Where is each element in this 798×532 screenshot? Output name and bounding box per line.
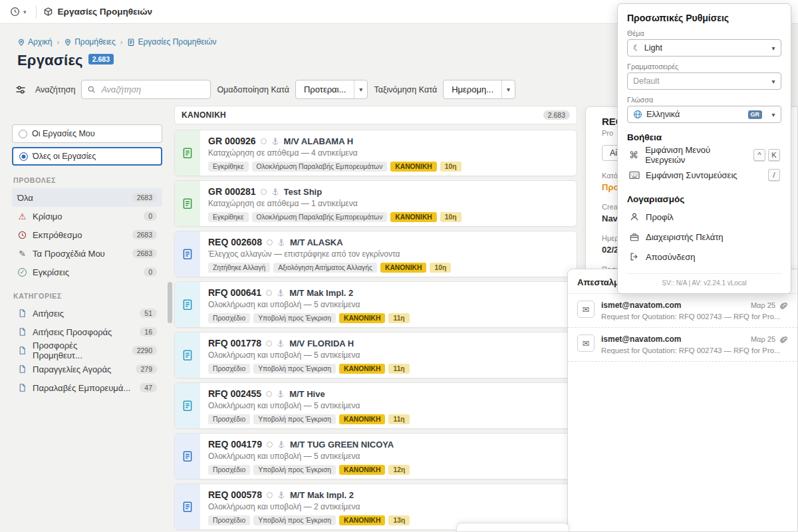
globe-icon xyxy=(633,110,642,119)
breadcrumb-tasks[interactable]: Εργασίες Προμηθειών xyxy=(127,37,216,47)
task-vessel: Test Ship xyxy=(284,187,323,197)
category-label: Παραλαβές Εμπορευμά... xyxy=(33,383,130,393)
status-tag: Ζητήθηκε Αλλαγή xyxy=(208,263,270,273)
email-item[interactable]: ✉ ismet@navatom.com Μαρ 25 Request for Q… xyxy=(568,294,797,328)
category-item[interactable]: Παραγγελίες Αγοράς 279 xyxy=(12,360,162,378)
status-dot-icon xyxy=(267,442,273,448)
search-box xyxy=(81,80,211,99)
vessel-icon xyxy=(271,137,279,146)
chevron-down-icon[interactable]: ▾ xyxy=(766,106,781,122)
group-label: ΚΑΝΟΝΙΚΗ xyxy=(182,110,226,120)
category-item[interactable]: Αιτήσεις Προσφοράς 16 xyxy=(12,323,162,341)
sidebar-item-approvals[interactable]: ✓ Εγκρίσεις 0 xyxy=(12,263,162,281)
breadcrumb-procurement[interactable]: Προμήθειες xyxy=(64,37,116,47)
email-item[interactable]: ✉ ismet@navatom.com Μαρ 25 Request for Q… xyxy=(568,328,797,362)
task-type-icon xyxy=(175,434,200,479)
status-dot-icon xyxy=(267,492,273,498)
task-card[interactable]: REQ 002608 M/T ALASKA Έλεγχος αλλαγών — … xyxy=(174,231,577,277)
breadcrumb-separator: › xyxy=(120,38,123,46)
search-input[interactable] xyxy=(82,80,210,98)
sidebar-item-my-drafts[interactable]: ✎ Τα Προσχέδιά Μου 2683 xyxy=(12,244,162,263)
category-item[interactable]: Αιτήσεις 51 xyxy=(12,304,162,323)
menu-item-shortcuts[interactable]: Εμφάνιση Συντομεύσεις / xyxy=(627,165,781,185)
count-badge: 2683 xyxy=(132,193,157,202)
status-tag: Προσχέδιο xyxy=(208,364,250,374)
filter-toggle-button[interactable] xyxy=(12,81,29,98)
task-vessel: M/V FLORIDA H xyxy=(289,338,354,348)
task-type-icon xyxy=(175,332,200,378)
task-card[interactable]: RFQ 002455 M/T Hive Ολοκλήρωση και υποβο… xyxy=(174,382,577,429)
action-tag: Ολοκλήρωση Παραλαβής Εμπορευμάτων xyxy=(252,212,388,222)
group-header[interactable]: ΚΑΝΟΝΙΚΗ 2.683 xyxy=(174,106,577,124)
app-title-group: Εργασίες Προμηθειών xyxy=(43,7,153,17)
task-code: RFQ 000641 xyxy=(208,287,261,298)
task-card[interactable]: GR 000926 M/V ALABAMA H Καταχώρηση σε απ… xyxy=(174,130,577,176)
menu-item-profile[interactable]: Προφίλ xyxy=(627,207,781,227)
category-item[interactable]: Παραλαβές Εμπορευμά... 47 xyxy=(12,378,162,397)
email-list: ✉ ismet@navatom.com Μαρ 25 Request for Q… xyxy=(568,294,797,362)
history-menu-button[interactable]: ▾ xyxy=(7,4,29,19)
task-card[interactable]: RFQ 001778 M/V FLORIDA H Ολοκλήρωση και … xyxy=(174,332,577,378)
fonts-select[interactable]: Default ▾ xyxy=(627,72,781,90)
category-label: Προσφορές Προμηθευτ... xyxy=(33,340,127,360)
breadcrumb-home[interactable]: Αρχική xyxy=(17,37,52,47)
version-footer: SV:: N/A | AV: v2.24.1 vLocal xyxy=(627,273,781,290)
day-tag: 11η xyxy=(388,313,409,323)
envelope-icon: ✉ xyxy=(577,301,595,318)
task-code: REQ 004179 xyxy=(208,439,262,450)
task-type-icon xyxy=(175,130,200,176)
count-badge: 0 xyxy=(144,211,157,221)
fonts-label: Γραμματοσειρές xyxy=(627,63,781,70)
kbd-key: / xyxy=(768,169,780,181)
group-count-badge: 2.683 xyxy=(543,110,570,120)
status-dot-icon xyxy=(266,391,272,397)
app-title: Εργασίες Προμηθειών xyxy=(58,7,153,17)
menu-item-actions-menu[interactable]: ⌘ Εμφάνιση Μενού Ενεργειών ^ K xyxy=(627,145,781,165)
language-select[interactable]: Ελληνικά GR ▾ xyxy=(627,106,781,123)
count-badge: 0 xyxy=(144,267,157,277)
task-card[interactable]: GR 000281 Test Ship Καταχώρηση σε απόθεμ… xyxy=(174,180,577,227)
status-tag: Εγκρίθηκε xyxy=(208,162,249,172)
action-tag: Αξιολόγηση Αιτήματος Αλλαγής xyxy=(273,263,377,273)
status-dot-icon xyxy=(267,239,273,245)
radio-checked-icon[interactable] xyxy=(19,152,28,161)
theme-value: Light xyxy=(644,43,762,53)
vessel-icon xyxy=(277,491,285,499)
task-vessel: M/T Mak Impl. 2 xyxy=(289,288,353,298)
scope-all-tasks[interactable]: Όλες οι Εργασίες xyxy=(12,147,162,166)
pin-icon xyxy=(64,38,72,47)
chevron-down-icon[interactable]: ▾ xyxy=(766,40,781,56)
paperclip-icon xyxy=(779,335,788,344)
group-by-dropdown[interactable]: Προτεραι... ▾ xyxy=(295,80,368,99)
page-title: Εργασίες xyxy=(17,52,83,69)
scrollbar-thumb[interactable] xyxy=(168,282,172,323)
task-description: Έλεγχος αλλαγών — επιστράφηκε από τον εγ… xyxy=(208,249,569,259)
status-tag: Προσχέδιο xyxy=(208,465,250,475)
theme-select[interactable]: ☾ Light ▾ xyxy=(627,39,781,57)
sort-by-dropdown[interactable]: Ημερομη... ▾ xyxy=(443,80,515,99)
sidebar-item-all[interactable]: Όλα 2683 xyxy=(12,188,162,207)
status-dot-icon xyxy=(266,340,272,346)
category-item[interactable]: Προσφορές Προμηθευτ... 2290 xyxy=(12,341,162,360)
menu-item-logout[interactable]: Αποσύνδεση xyxy=(627,247,781,267)
task-type-icon xyxy=(175,282,200,327)
scope-all-tasks-label: Όλες οι Εργασίες xyxy=(33,152,96,161)
sidebar-item-overdue[interactable]: Εκπρόθεσμο 2683 xyxy=(12,225,162,244)
chevron-down-icon[interactable]: ▾ xyxy=(354,80,367,98)
radio-icon[interactable] xyxy=(19,130,27,138)
breadcrumb-tasks-label: Εργασίες Προμηθειών xyxy=(138,37,216,47)
priority-tag: ΚΑΝΟΝΙΚΗ xyxy=(339,465,386,475)
sidebar-item-critical[interactable]: ⚠ Κρίσιμο 0 xyxy=(12,207,162,225)
scope-my-tasks[interactable]: Οι Εργασίες Μου xyxy=(12,124,162,143)
chevron-down-icon[interactable]: ▾ xyxy=(766,73,781,89)
task-card[interactable]: RFQ 000641 M/T Mak Impl. 2 Ολοκλήρωση κα… xyxy=(174,281,577,328)
priority-tag: ΚΑΝΟΝΙΚΗ xyxy=(380,263,427,273)
vessel-icon xyxy=(277,289,285,297)
help-header: Βοήθεια xyxy=(627,132,781,142)
task-card[interactable]: REQ 004179 M/T TUG GREEN NICOYA Ολοκλήρω… xyxy=(174,433,577,479)
status-dot-icon xyxy=(261,138,267,144)
search-label: Αναζήτηση xyxy=(35,85,75,94)
menu-item-client-admin[interactable]: Διαχειριστής Πελάτη xyxy=(627,227,781,247)
chevron-down-icon[interactable]: ▾ xyxy=(501,80,515,98)
category-label: Αιτήσεις Προσφοράς xyxy=(33,327,112,337)
